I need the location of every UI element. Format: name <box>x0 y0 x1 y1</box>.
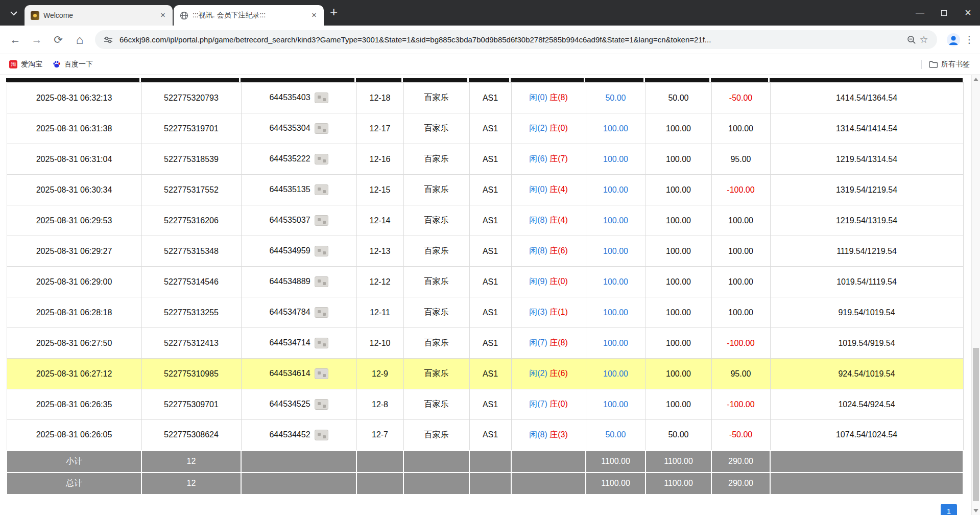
bet-amount[interactable]: 100.00 <box>586 205 646 236</box>
table-name: AS1 <box>469 83 511 113</box>
table-row[interactable]: 2025-08-31 06:26:35522775309701644534525… <box>7 389 963 420</box>
win-loss: 100.00 <box>711 205 770 236</box>
balance: 924.54/1019.54 <box>770 359 963 389</box>
table-row[interactable]: 2025-08-31 06:29:53522775316206644535037… <box>7 205 963 236</box>
table-row[interactable]: 2025-08-31 06:29:27522775315348644534959… <box>7 236 963 267</box>
bet-amount[interactable]: 100.00 <box>586 144 646 175</box>
win-loss: 100.00 <box>711 297 770 328</box>
scroll-up-icon[interactable] <box>973 78 978 81</box>
reload-button[interactable]: ⟳ <box>49 31 67 49</box>
game-result-dice-icon[interactable] <box>315 184 328 195</box>
game-result-dice-icon[interactable] <box>315 215 328 226</box>
close-window-button[interactable]: × <box>956 0 980 26</box>
table-row[interactable]: 2025-08-31 06:26:05522775308624644534452… <box>7 420 963 451</box>
scrollbar-thumb[interactable] <box>973 348 979 501</box>
player-bet: 闲(2) <box>529 124 547 132</box>
all-bookmarks-button[interactable]: 所有书签 <box>921 60 970 69</box>
game-result-dice-icon[interactable] <box>315 154 328 165</box>
vertical-scrollbar[interactable] <box>971 75 980 515</box>
table-name: AS1 <box>469 236 511 267</box>
table-row[interactable]: 2025-08-31 06:29:00522775314546644534889… <box>7 267 963 297</box>
table-row[interactable]: 2025-08-31 06:30:34522775317552644535135… <box>7 175 963 205</box>
bet-amount[interactable]: 100.00 <box>586 359 646 389</box>
bet-time: 2025-08-31 06:32:13 <box>7 83 141 113</box>
tab-close-icon[interactable]: × <box>309 11 319 20</box>
bet-detail: 闲(7) 庄(0) <box>511 389 586 420</box>
scroll-down-icon[interactable] <box>973 509 978 512</box>
table-row[interactable]: 2025-08-31 06:28:18522775313255644534784… <box>7 297 963 328</box>
round-id-text: 644535304 <box>269 124 310 132</box>
header-cell <box>403 78 469 82</box>
bet-amount[interactable]: 100.00 <box>586 175 646 205</box>
back-button[interactable]: ← <box>6 31 25 49</box>
tab-betrecord[interactable]: :::视讯. 会员下注纪录::: × <box>174 5 324 26</box>
table-row[interactable]: 2025-08-31 06:27:12522775310985644534614… <box>7 359 963 389</box>
home-button[interactable]: ⌂ <box>70 31 89 49</box>
round-id: 644534714 <box>241 328 356 359</box>
tab-close-icon[interactable]: × <box>158 11 168 20</box>
game-result-dice-icon[interactable] <box>315 399 328 410</box>
game-result-dice-icon[interactable] <box>315 430 328 440</box>
new-tab-button[interactable]: + <box>330 5 338 18</box>
profile-avatar[interactable] <box>945 32 962 48</box>
round-id: 644534784 <box>241 297 356 328</box>
banker-bet: 庄(8) <box>549 93 568 102</box>
all-bookmarks-label: 所有书签 <box>941 60 970 69</box>
footer-empty <box>356 451 403 473</box>
banker-bet: 庄(6) <box>549 369 568 378</box>
aitaobao-icon: 淘 <box>9 60 17 68</box>
bet-amount[interactable]: 100.00 <box>586 267 646 297</box>
order-id: 522775317552 <box>141 175 241 205</box>
bet-amount[interactable]: 100.00 <box>586 113 646 144</box>
bet-amount[interactable]: 50.00 <box>586 420 646 451</box>
bet-amount[interactable]: 100.00 <box>586 389 646 420</box>
game-result-dice-icon[interactable] <box>315 307 328 318</box>
table-row[interactable]: 2025-08-31 06:31:04522775318539644535222… <box>7 144 963 175</box>
tab-strip: Welcome × :::视讯. 会员下注纪录::: × + — × <box>0 0 980 26</box>
bet-detail: 闲(3) 庄(1) <box>511 297 586 328</box>
pagination-page-button[interactable]: 1 <box>941 504 957 515</box>
balance: 1219.54/1314.54 <box>770 144 963 175</box>
banker-bet: 庄(6) <box>549 246 568 255</box>
bet-amount[interactable]: 100.00 <box>586 328 646 359</box>
balance: 1019.54/1119.54 <box>770 267 963 297</box>
game-result-dice-icon[interactable] <box>315 276 328 287</box>
footer-count: 12 <box>141 451 241 473</box>
bet-amount[interactable]: 100.00 <box>586 236 646 267</box>
valid-amount: 100.00 <box>646 113 711 144</box>
game-result-dice-icon[interactable] <box>315 123 328 134</box>
bookmark-star-icon[interactable]: ☆ <box>918 34 930 46</box>
table-row[interactable]: 2025-08-31 06:32:13522775320793644535403… <box>7 83 963 113</box>
bet-amount[interactable]: 100.00 <box>586 297 646 328</box>
table-round: 12-9 <box>356 359 403 389</box>
footer-empty <box>511 451 586 473</box>
forward-button[interactable]: → <box>28 31 46 49</box>
table-name: AS1 <box>469 144 511 175</box>
tab-search-button[interactable] <box>6 6 21 21</box>
order-id: 522775316206 <box>141 205 241 236</box>
game-result-dice-icon[interactable] <box>315 338 328 348</box>
tab-welcome[interactable]: Welcome × <box>25 5 173 26</box>
zoom-out-indicator-icon[interactable] <box>905 34 918 46</box>
game-result-dice-icon[interactable] <box>315 368 328 379</box>
player-bet: 闲(7) <box>529 400 547 408</box>
table-name: AS1 <box>469 175 511 205</box>
bookmark-baidu[interactable]: 百度一下 <box>53 60 93 69</box>
game-type: 百家乐 <box>403 328 469 359</box>
game-result-dice-icon[interactable] <box>315 246 328 256</box>
table-row[interactable]: 2025-08-31 06:31:38522775319701644535304… <box>7 113 963 144</box>
bookmark-aitaobao[interactable]: 淘 爱淘宝 <box>9 60 42 69</box>
bet-time: 2025-08-31 06:26:05 <box>7 420 141 451</box>
player-bet: 闲(0) <box>529 93 547 102</box>
site-info-icon[interactable] <box>102 34 114 46</box>
browser-menu-button[interactable]: ⋮ <box>962 34 977 45</box>
address-bar[interactable]: 66cxkj98.com/ipl/portal.php/game/betreco… <box>95 30 937 49</box>
win-loss: -100.00 <box>711 328 770 359</box>
maximize-button[interactable] <box>932 0 956 26</box>
minimize-button[interactable]: — <box>908 0 932 26</box>
table-row[interactable]: 2025-08-31 06:27:50522775312413644534714… <box>7 328 963 359</box>
bet-amount[interactable]: 50.00 <box>586 83 646 113</box>
game-result-dice-icon[interactable] <box>315 92 328 103</box>
order-id: 522775314546 <box>141 267 241 297</box>
player-bet: 闲(7) <box>529 338 547 347</box>
